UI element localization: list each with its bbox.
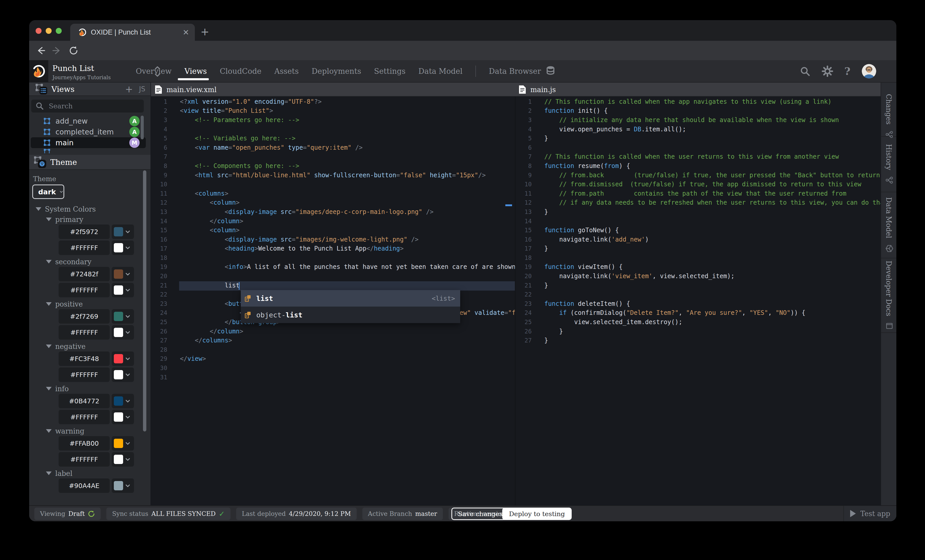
theme-scrollbar[interactable]: [143, 170, 146, 432]
view-status-badge: A: [129, 116, 140, 126]
nav-item-settings[interactable]: Settings: [374, 67, 405, 75]
color-hex-input[interactable]: #FFAB00: [59, 436, 110, 450]
views-scrollbar[interactable]: [141, 116, 144, 139]
tab-close-icon[interactable]: ✕: [183, 28, 189, 37]
code-line: 5}: [515, 134, 881, 143]
view-item-completed-item[interactable]: completed_itemA: [31, 126, 146, 137]
file-tab-xml[interactable]: main.view.xml: [155, 83, 217, 96]
color-swatch-dropdown[interactable]: [112, 410, 134, 424]
right-tab-history[interactable]: History: [881, 137, 896, 192]
zoom-window-button[interactable]: [56, 28, 62, 34]
theme-group-label[interactable]: label: [29, 468, 151, 479]
js-editor-pane[interactable]: 1// This function is called when the app…: [515, 96, 881, 505]
code-line: 21}: [515, 281, 881, 290]
color-hex-input[interactable]: #FFFFFF: [59, 367, 110, 382]
chevron-down-icon: [125, 398, 131, 404]
save-changes-button[interactable]: Save changes: [451, 507, 509, 520]
color-swatch-dropdown[interactable]: [112, 452, 134, 467]
line-number: 16: [515, 236, 532, 243]
help-icon[interactable]: ?: [845, 65, 850, 77]
reload-icon[interactable]: [68, 45, 79, 56]
browser-tab[interactable]: OXIDE | Punch List ✕: [70, 24, 195, 41]
color-hex-input[interactable]: #2f5972: [59, 224, 110, 239]
color-hex-input[interactable]: #FFFFFF: [59, 452, 110, 467]
theme-group-primary[interactable]: primary: [29, 214, 151, 224]
clipped-view-item: [44, 149, 50, 153]
status-pill-active-branch[interactable]: Active Branchmaster: [362, 507, 443, 520]
oxide-logo[interactable]: [29, 60, 48, 82]
search-icon[interactable]: [800, 66, 811, 77]
views-search-input[interactable]: Search: [31, 99, 144, 113]
app-title-block[interactable]: Punch List JourneyApps Tutorials: [53, 64, 111, 81]
forward-icon[interactable]: [52, 45, 62, 56]
code-line: 2function init() {: [515, 106, 881, 116]
right-tab-data-model[interactable]: Data Model: [881, 192, 896, 258]
nav-item-data-browser[interactable]: Data Browser: [489, 67, 541, 75]
collapse-triangle-icon: [36, 207, 41, 211]
line-number: 2: [515, 107, 532, 114]
color-hex-input[interactable]: #72482f: [59, 267, 110, 281]
nav-item-views[interactable]: Views: [185, 67, 207, 75]
status-pill-viewing[interactable]: ViewingDraft: [34, 507, 101, 520]
test-app-label: Test app: [860, 510, 890, 518]
color-swatch-dropdown[interactable]: [112, 325, 134, 340]
color-swatch-dropdown[interactable]: [112, 436, 134, 450]
theme-group-negative[interactable]: negative: [29, 341, 151, 351]
nav-item-deployments[interactable]: Deployments: [312, 67, 361, 75]
cube-icon: [884, 245, 893, 252]
code-line: 4 view.open_punches = DB.item.all();: [515, 125, 881, 134]
theme-group-system-colors[interactable]: System Colors: [29, 204, 151, 214]
test-app-button[interactable]: Test app: [844, 506, 896, 521]
nav-item-cloudcode[interactable]: CloudCode: [220, 67, 261, 75]
color-swatch-dropdown[interactable]: [112, 394, 134, 408]
collapse-triangle-icon: [46, 260, 52, 263]
status-pill-last-deployed[interactable]: Last deployed4/29/2020, 9:12 PM: [236, 507, 357, 520]
color-hex-input[interactable]: #FFFFFF: [59, 283, 110, 297]
color-hex-input[interactable]: #FFFFFF: [59, 325, 110, 340]
file-tab-js[interactable]: main.js: [518, 83, 556, 96]
line-number: 14: [515, 218, 532, 224]
color-swatch-dropdown[interactable]: [112, 367, 134, 382]
color-swatch-dropdown[interactable]: [112, 267, 134, 281]
color-swatch-dropdown[interactable]: [112, 224, 134, 239]
color-swatch-dropdown[interactable]: [112, 351, 134, 366]
close-window-button[interactable]: [36, 28, 42, 34]
nav-item-data-model[interactable]: Data Model: [418, 67, 462, 75]
new-tab-button[interactable]: +: [200, 26, 209, 38]
color-swatch-dropdown[interactable]: [112, 309, 134, 324]
theme-group-secondary[interactable]: secondary: [29, 256, 151, 267]
minimize-window-button[interactable]: [46, 28, 52, 34]
chevron-down-icon: [125, 372, 131, 378]
autocomplete-item-object-list[interactable]: object-list: [241, 307, 460, 323]
color-hex-input[interactable]: #2f7269: [59, 309, 110, 324]
nav-item-overview[interactable]: Overview: [136, 67, 172, 75]
color-hex-input[interactable]: #90A4AE: [59, 479, 110, 493]
color-swatch-dropdown[interactable]: [112, 241, 134, 255]
xml-editor-pane[interactable]: 1<?xml version="1.0" encoding="UTF-8"?>2…: [151, 96, 515, 505]
nav-item-assets[interactable]: Assets: [274, 67, 298, 75]
color-hex-input[interactable]: #FFFFFF: [59, 241, 110, 255]
add-view-button[interactable]: +: [125, 84, 133, 95]
status-pill-sync-status[interactable]: Sync statusALL FILES SYNCED✓: [106, 507, 230, 520]
theme-group-positive[interactable]: positive: [29, 299, 151, 309]
theme-group-warning[interactable]: warning: [29, 426, 151, 436]
color-hex-input[interactable]: #0B4772: [59, 394, 110, 408]
view-item-main[interactable]: mainM: [31, 137, 146, 148]
color-swatch-dropdown[interactable]: [112, 283, 134, 297]
user-avatar[interactable]: [862, 64, 876, 78]
view-item-add-new[interactable]: add_newA: [31, 116, 146, 126]
autocomplete-item-list[interactable]: list<list>: [241, 290, 460, 307]
theme-select[interactable]: dark: [32, 185, 64, 199]
right-tab-changes[interactable]: Changes: [881, 96, 896, 137]
color-swatch-dropdown[interactable]: [112, 479, 134, 493]
color-hex-input[interactable]: #FC3F48: [59, 351, 110, 366]
back-icon[interactable]: [35, 45, 46, 56]
view-status-badge: A: [129, 127, 140, 137]
js-toggle-button[interactable]: JS: [139, 85, 145, 93]
gear-icon[interactable]: [822, 66, 833, 77]
right-tab-developer-docs[interactable]: Developer Docs: [881, 258, 896, 333]
deploy-to-testing-button[interactable]: Deploy to testing: [502, 507, 572, 520]
theme-group-info[interactable]: info: [29, 384, 151, 394]
chevron-down-icon: [125, 456, 131, 462]
color-hex-input[interactable]: #FFFFFF: [59, 410, 110, 424]
